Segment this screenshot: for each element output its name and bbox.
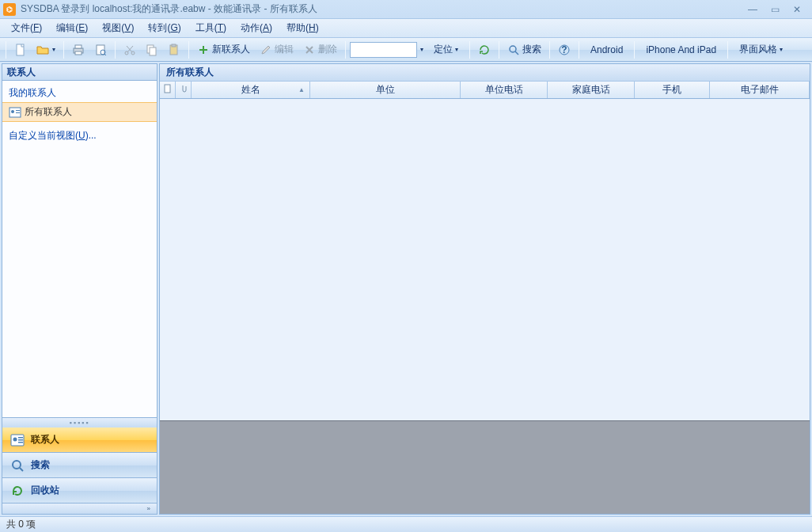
dropdown-caret-icon: ▾ bbox=[780, 46, 783, 53]
pencil-icon bbox=[260, 44, 272, 56]
col-company[interactable]: 单位 bbox=[310, 82, 461, 98]
col-mobile[interactable]: 手机 bbox=[635, 82, 710, 98]
nav-contacts[interactable]: 联系人 bbox=[2, 428, 157, 453]
app-icon: ⌬ bbox=[3, 3, 16, 16]
open-button[interactable]: ▾ bbox=[32, 41, 59, 59]
svg-rect-10 bbox=[150, 48, 156, 55]
menu-action[interactable]: 动作(A) bbox=[234, 20, 279, 36]
toolbar-separator bbox=[115, 41, 116, 59]
window-title: SYSDBA 登录到 localhost:我的通讯录.eabw - 效能通讯录 … bbox=[21, 2, 746, 16]
dropdown-caret-icon: ▾ bbox=[455, 46, 458, 53]
sidebar: 联系人 我的联系人 所有联系人 自定义当前视图(U)... ▪▪▪▪▪ 联系人 … bbox=[2, 63, 157, 515]
edit-button[interactable]: 编辑 bbox=[256, 41, 298, 59]
contacts-card-icon bbox=[9, 107, 21, 118]
toolbar-separator bbox=[188, 41, 189, 59]
new-contact-label: 新联系人 bbox=[212, 43, 250, 56]
android-button[interactable]: Android bbox=[583, 41, 630, 59]
svg-rect-3 bbox=[75, 51, 82, 55]
tree-custom-view[interactable]: 自定义当前视图(U)... bbox=[2, 127, 157, 145]
svg-point-22 bbox=[13, 437, 17, 441]
locate-input[interactable] bbox=[350, 42, 417, 58]
delete-button[interactable]: 删除 bbox=[299, 41, 341, 59]
svg-rect-28 bbox=[165, 85, 170, 93]
refresh-icon bbox=[478, 44, 491, 56]
col-work-phone[interactable]: 单位电话 bbox=[461, 82, 548, 98]
print-preview-icon bbox=[94, 44, 107, 56]
toolbar-separator bbox=[63, 41, 64, 59]
menu-tools[interactable]: 工具(T) bbox=[189, 20, 233, 36]
nav-recycle[interactable]: 回收站 bbox=[2, 478, 157, 504]
minimize-button[interactable]: — bbox=[746, 4, 760, 15]
col-home-phone[interactable]: 家庭电话 bbox=[548, 82, 635, 98]
folder-open-icon bbox=[36, 44, 49, 56]
svg-rect-19 bbox=[16, 110, 20, 111]
nav-search[interactable]: 搜索 bbox=[2, 453, 157, 478]
col-flag[interactable] bbox=[160, 82, 176, 98]
toolbar-separator bbox=[549, 41, 550, 59]
toolbar-separator bbox=[469, 41, 470, 59]
new-contact-button[interactable]: 新联系人 bbox=[193, 41, 254, 59]
toolbar-separator bbox=[727, 41, 728, 59]
status-text: 共 0 项 bbox=[6, 518, 36, 531]
title-bar: ⌬ SYSDBA 登录到 localhost:我的通讯录.eabw - 效能通讯… bbox=[0, 0, 812, 19]
preview-pane bbox=[160, 420, 810, 514]
close-button[interactable]: ✕ bbox=[790, 4, 804, 15]
locate-label: 定位 bbox=[434, 43, 453, 56]
grid-header: 姓名 单位 单位电话 家庭电话 手机 电子邮件 bbox=[160, 82, 810, 99]
help-icon: ? bbox=[558, 44, 571, 56]
toolbar-separator bbox=[579, 41, 579, 59]
maximize-button[interactable]: ▭ bbox=[768, 4, 782, 15]
nav-contacts-label: 联系人 bbox=[31, 433, 59, 446]
locate-dropdown-icon[interactable]: ▾ bbox=[420, 46, 423, 53]
menu-edit[interactable]: 编辑(E) bbox=[50, 20, 94, 36]
print-preview-button[interactable] bbox=[90, 41, 111, 59]
nav-search-label: 搜索 bbox=[31, 458, 50, 472]
recycle-icon bbox=[10, 484, 25, 498]
svg-rect-20 bbox=[16, 112, 20, 113]
search-icon bbox=[507, 44, 520, 56]
locate-button[interactable]: 定位 ▾ bbox=[427, 41, 465, 59]
cut-button[interactable] bbox=[120, 41, 140, 59]
svg-rect-25 bbox=[18, 442, 23, 443]
scissors-icon bbox=[123, 44, 136, 56]
contacts-icon bbox=[10, 433, 25, 447]
svg-rect-24 bbox=[18, 439, 23, 441]
plus-icon bbox=[197, 44, 210, 56]
search-label: 搜索 bbox=[522, 43, 541, 56]
page-icon bbox=[14, 44, 27, 56]
search-button[interactable]: 搜索 bbox=[503, 41, 545, 59]
magnifier-icon bbox=[10, 458, 25, 473]
iphone-button[interactable]: iPhone And iPad bbox=[639, 41, 723, 59]
menu-help[interactable]: 帮助(H) bbox=[280, 20, 325, 36]
delete-label: 删除 bbox=[318, 43, 337, 56]
copy-button[interactable] bbox=[142, 41, 162, 59]
sidebar-splitter[interactable]: ▪▪▪▪▪ bbox=[2, 418, 157, 428]
col-name[interactable]: 姓名 bbox=[192, 82, 310, 98]
toolbar-separator bbox=[634, 41, 635, 59]
tree-my-contacts[interactable]: 我的联系人 bbox=[2, 84, 157, 102]
page-small-icon bbox=[163, 84, 173, 96]
nav-collapse-button[interactable]: » bbox=[2, 504, 157, 515]
help-button[interactable]: ? bbox=[554, 41, 575, 59]
col-attachment[interactable] bbox=[176, 82, 192, 98]
tree-all-contacts[interactable]: 所有联系人 bbox=[2, 102, 157, 122]
content-area: 所有联系人 姓名 单位 单位电话 家庭电话 手机 电子邮件 bbox=[159, 63, 810, 515]
grid-body[interactable] bbox=[160, 99, 810, 420]
style-button[interactable]: 界面风格 ▾ bbox=[732, 41, 790, 59]
menu-file[interactable]: 文件(F) bbox=[5, 20, 48, 36]
status-bar: 共 0 项 bbox=[0, 516, 812, 532]
paste-button[interactable] bbox=[164, 41, 184, 59]
print-button[interactable] bbox=[68, 41, 89, 59]
edit-label: 编辑 bbox=[275, 43, 294, 56]
menu-bar: 文件(F) 编辑(E) 视图(V) 转到(G) 工具(T) 动作(A) 帮助(H… bbox=[0, 19, 812, 38]
menu-goto[interactable]: 转到(G) bbox=[142, 20, 187, 36]
menu-view[interactable]: 视图(V) bbox=[96, 20, 140, 36]
svg-line-27 bbox=[20, 468, 23, 471]
refresh-button[interactable] bbox=[474, 41, 495, 59]
delete-icon bbox=[303, 44, 316, 56]
tree-my-contacts-label: 我的联系人 bbox=[9, 86, 56, 100]
toolbar-separator bbox=[6, 41, 6, 59]
new-file-button[interactable] bbox=[10, 41, 31, 59]
col-email[interactable]: 电子邮件 bbox=[710, 82, 810, 98]
toolbar: ▾ 新联系人 编辑 删除 ▾ 定位 ▾ 搜索 ? bbox=[0, 38, 812, 62]
